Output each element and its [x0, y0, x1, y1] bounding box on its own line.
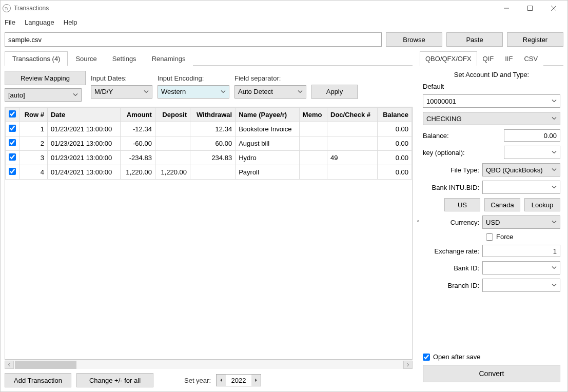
scroll-thumb[interactable]	[15, 361, 76, 369]
select-all-checkbox[interactable]	[9, 110, 16, 117]
year-spinner[interactable]: 2022	[216, 374, 261, 386]
header-deposit[interactable]: Deposit	[155, 108, 190, 122]
menu-file[interactable]: File	[5, 18, 15, 26]
chevron-down-icon	[552, 149, 557, 156]
account-id-select[interactable]: 10000001	[423, 94, 560, 108]
cell-balance: 0.00	[377, 136, 412, 151]
bankid-select[interactable]	[482, 261, 560, 275]
register-button[interactable]: Register	[507, 32, 563, 47]
auto-select-value: [auto]	[8, 91, 25, 99]
cell-amount: -60.00	[120, 136, 155, 151]
header-name[interactable]: Name (Payee/r)	[236, 108, 300, 122]
currency-value: USD	[486, 219, 500, 226]
filetype-select[interactable]: QBO (QuickBooks)	[482, 163, 560, 177]
exchange-input[interactable]	[482, 245, 560, 257]
tab-qbo[interactable]: QBO/QFX/OFX	[420, 51, 477, 66]
cell-withdrawal: 60.00	[190, 136, 236, 151]
chevron-down-icon	[144, 88, 149, 95]
cell-doc	[327, 165, 378, 180]
convert-button[interactable]: Convert	[423, 365, 560, 382]
filename-input[interactable]	[5, 32, 382, 47]
cell-date: 01/24/2021 13:00:00	[47, 165, 120, 180]
table-row[interactable]: 301/23/2021 13:00:00-234.83234.83Hydro49…	[6, 151, 412, 165]
tab-renamings[interactable]: Renamings	[144, 51, 193, 66]
header-row[interactable]: Row #	[19, 108, 48, 122]
cell-doc	[327, 122, 378, 136]
header-doc[interactable]: Doc/Check #	[327, 108, 378, 122]
cell-name: Bookstore Invoice	[236, 122, 300, 136]
cell-withdrawal: 234.83	[190, 151, 236, 165]
chevron-down-icon	[552, 115, 557, 123]
scroll-right-icon[interactable]	[403, 361, 413, 369]
tab-settings[interactable]: Settings	[105, 51, 144, 66]
currency-select[interactable]: USD	[482, 215, 560, 229]
input-dates-label: Input Dates:	[91, 74, 152, 82]
bankintu-select[interactable]	[482, 181, 560, 194]
scroll-track[interactable]	[14, 361, 403, 369]
branchid-select[interactable]	[482, 279, 560, 292]
cell-amount: 1,220.00	[120, 165, 155, 180]
chevron-down-icon	[552, 264, 557, 272]
separator-select[interactable]: Auto Detect	[234, 85, 306, 99]
horizontal-scrollbar[interactable]	[5, 360, 413, 369]
cell-balance: 0.00	[377, 151, 412, 165]
apply-button[interactable]: Apply	[311, 85, 358, 99]
balance-input[interactable]	[504, 129, 560, 142]
header-balance[interactable]: Balance	[377, 108, 412, 122]
table-row[interactable]: 401/24/2021 13:00:001,220.001,220.00Payr…	[6, 165, 412, 180]
review-mapping-button[interactable]: Review Mapping	[5, 71, 86, 85]
close-button[interactable]	[542, 1, 565, 16]
encoding-select[interactable]: Western	[158, 85, 229, 99]
chevron-down-icon	[552, 184, 557, 191]
cell-doc	[327, 136, 378, 151]
currency-label: Currency:	[423, 219, 479, 226]
maximize-button[interactable]	[518, 1, 542, 16]
tab-csv[interactable]: CSV	[518, 51, 543, 66]
account-type-select[interactable]: CHECKING	[423, 112, 560, 125]
year-increment[interactable]	[251, 375, 261, 386]
cell-rownum: 2	[19, 136, 48, 151]
cell-memo	[299, 136, 327, 151]
paste-button[interactable]: Paste	[446, 32, 503, 47]
tab-source[interactable]: Source	[68, 51, 104, 66]
menu-language[interactable]: Language	[25, 18, 54, 26]
date-format-select[interactable]: M/D/Y	[91, 85, 152, 99]
tab-qif[interactable]: QIF	[477, 51, 500, 66]
row-checkbox[interactable]	[9, 153, 16, 161]
header-amount[interactable]: Amount	[120, 108, 155, 122]
table-row[interactable]: 201/23/2021 13:00:00-60.0060.00August bi…	[6, 136, 412, 151]
year-value: 2022	[226, 377, 251, 384]
cell-balance: 0.00	[377, 122, 412, 136]
scroll-left-icon[interactable]	[5, 361, 14, 369]
header-date[interactable]: Date	[47, 108, 120, 122]
auto-select[interactable]: [auto]	[5, 88, 82, 102]
cell-amount: -234.83	[120, 151, 155, 165]
year-decrement[interactable]	[217, 375, 226, 386]
canada-button[interactable]: Canada	[484, 198, 520, 211]
account-id-value: 10000001	[426, 97, 456, 105]
cell-deposit	[155, 122, 190, 136]
tab-iif[interactable]: IIF	[499, 51, 518, 66]
transactions-table-wrap: Row # Date Amount Deposit Withdrawal Nam…	[5, 107, 413, 360]
add-transaction-button[interactable]: Add Transaction	[5, 373, 71, 387]
row-checkbox[interactable]	[9, 168, 16, 175]
header-check[interactable]	[6, 108, 19, 122]
force-checkbox[interactable]	[486, 233, 493, 241]
open-after-save-checkbox[interactable]	[423, 354, 430, 361]
table-row[interactable]: 101/23/2021 13:00:00-12.3412.34Bookstore…	[6, 122, 412, 136]
separator-value: Auto Detect	[238, 88, 273, 95]
us-button[interactable]: US	[444, 198, 480, 211]
header-memo[interactable]: Memo	[299, 108, 327, 122]
change-sign-button[interactable]: Change +/- for all	[76, 373, 153, 387]
header-withdrawal[interactable]: Withdrawal	[190, 108, 236, 122]
menu-help[interactable]: Help	[64, 18, 77, 26]
key-label: key (optional):	[423, 149, 501, 156]
chevron-down-icon	[221, 88, 226, 95]
row-checkbox[interactable]	[9, 125, 16, 132]
lookup-button[interactable]: Lookup	[524, 198, 560, 211]
minimize-button[interactable]	[495, 1, 518, 16]
browse-button[interactable]: Browse	[386, 32, 442, 47]
tab-transactions[interactable]: Transactions (4)	[5, 51, 68, 66]
row-checkbox[interactable]	[9, 139, 16, 146]
key-select[interactable]	[504, 146, 560, 159]
